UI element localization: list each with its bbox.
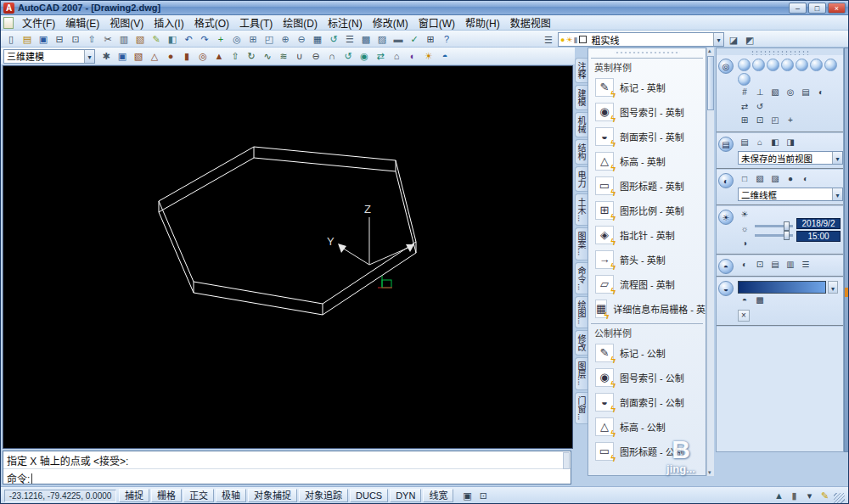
tool-section-index-metric[interactable]: ◒ 剖面索引 - 公制 [588, 389, 706, 414]
shadow-icon[interactable]: ◑ [738, 238, 751, 250]
pan-icon[interactable]: + [784, 115, 797, 127]
zoom-window-icon[interactable]: ⊞ [245, 32, 261, 46]
resize-grip[interactable] [834, 493, 845, 504]
palette-tab-command[interactable]: 命令... [575, 262, 588, 294]
zoom-previous-icon[interactable]: ◰ [768, 115, 782, 127]
palette-tab-structural[interactable]: 结构 [575, 139, 588, 165]
chevron-down-icon[interactable] [713, 33, 723, 46]
updown-orb-icon[interactable] [824, 59, 837, 71]
tray-arrow-icon[interactable]: ▾ [803, 489, 816, 502]
palette-tab-annotation[interactable]: 注释 [575, 58, 588, 83]
close-button[interactable]: × [828, 3, 846, 14]
camera-icon[interactable]: ⌂ [389, 49, 404, 63]
open-file-icon[interactable]: ▤ [20, 32, 35, 46]
polar-toggle[interactable]: 极轴 [216, 489, 246, 502]
pan-icon[interactable]: + [213, 32, 228, 46]
back-clip-icon[interactable]: ◨ [784, 137, 797, 149]
pencil-icon[interactable]: ✎ [818, 489, 831, 502]
grid-toggle[interactable]: 栅格 [151, 489, 182, 502]
palette-tab-layers[interactable]: 图层... [575, 357, 588, 389]
swivel-orb-icon[interactable] [781, 59, 794, 71]
previous-view-orb-icon[interactable] [738, 73, 751, 86]
slider-handle[interactable] [784, 221, 790, 231]
quick-calc-icon[interactable]: ⊞ [423, 32, 438, 46]
menu-tools[interactable]: 工具(T) [234, 14, 278, 31]
zoom-previous-icon[interactable]: ◰ [261, 32, 277, 46]
navigation-badge-icon[interactable]: ◎ [718, 59, 734, 74]
palette-grip[interactable] [614, 50, 680, 55]
pyramid-icon[interactable]: ▲ [211, 49, 227, 63]
grid-icon[interactable]: # [738, 87, 751, 99]
ortho-toggle[interactable]: 正交 [183, 489, 214, 502]
material-swatch-combo[interactable] [738, 281, 826, 294]
orbit-orb-icon[interactable] [767, 59, 779, 71]
sky-icon[interactable]: ☼ [738, 223, 751, 236]
render-icon[interactable]: ◐ [738, 259, 751, 272]
zoom-extents-icon[interactable]: ⊞ [738, 115, 751, 127]
sun-badge-icon[interactable]: ☀ [718, 210, 734, 225]
workspace-settings-icon[interactable]: ✱ [98, 49, 114, 63]
mapping-icon[interactable]: ▩ [753, 294, 767, 307]
layer-combo[interactable]: ●☀▮ 粗实线 [558, 32, 724, 47]
extrude-icon[interactable]: ⇧ [228, 49, 243, 63]
designcenter-icon[interactable]: ▩ [358, 32, 374, 46]
save-file-icon[interactable]: ▣ [36, 32, 51, 46]
maximize-button[interactable]: □ [808, 3, 826, 14]
revolve-icon[interactable]: ↻ [244, 49, 259, 63]
palette-tab-electrical[interactable]: 电力 [575, 166, 588, 192]
zoom-out-icon[interactable]: ⊖ [294, 32, 309, 46]
menu-edit[interactable]: 编辑(E) [60, 14, 104, 31]
constrained-orbit-icon[interactable]: ◉ [357, 49, 372, 63]
named-views-icon[interactable]: ▦ [310, 32, 325, 46]
make-layer-current-icon[interactable]: ◪ [726, 33, 741, 47]
lights-icon[interactable]: ☀ [421, 49, 436, 63]
model-paper-toggle-icon[interactable]: ▣ [459, 489, 475, 502]
materials-icon[interactable]: ◓ [738, 294, 751, 307]
sheet-set-manager-icon[interactable]: ▬ [391, 32, 406, 46]
chevron-down-icon[interactable] [832, 188, 842, 200]
publish-icon[interactable]: ⇧ [84, 32, 99, 46]
osnap-toggle[interactable]: 对象捕捉 [248, 489, 297, 502]
plot-preview-icon[interactable]: ⊡ [68, 32, 83, 46]
annotation-scale-icon[interactable]: ▲ [773, 489, 785, 502]
tool-drawing-title-metric[interactable]: ▭ 图形标题 - 公制 [588, 439, 706, 463]
views-badge-icon[interactable]: ▤ [718, 137, 734, 152]
tool-palettes-icon[interactable]: ▨ [374, 32, 390, 46]
torus-icon[interactable]: ◎ [195, 49, 211, 63]
palette-tab-modeling[interactable]: 建模 [575, 85, 588, 110]
wireframe-3d-icon[interactable]: ▧ [753, 173, 767, 186]
look-orb-icon[interactable] [810, 59, 823, 71]
command-scrollbar[interactable] [563, 452, 570, 469]
tool-arrow-imperial[interactable]: → 箭头 - 英制 [588, 247, 706, 272]
palette-tab-mechanical[interactable]: 机械 [575, 112, 588, 137]
layer-previous-icon[interactable]: ◩ [742, 33, 757, 47]
chevron-down-icon[interactable] [828, 281, 838, 294]
materials-badge-icon[interactable]: ◒ [718, 281, 734, 296]
sweep-icon[interactable]: ∿ [260, 49, 275, 63]
markup-set-manager-icon[interactable]: ✓ [407, 32, 422, 46]
loft-icon[interactable]: ≋ [276, 49, 291, 63]
menu-insert[interactable]: 插入(I) [149, 14, 188, 31]
tool-flowchart-imperial[interactable]: ▱ 流程图 - 英制 [588, 272, 706, 296]
palette-tab-modify[interactable]: 修改 [575, 330, 588, 356]
sun-status-icon[interactable]: ☀ [738, 209, 751, 221]
maximize-viewport-icon[interactable]: ⊡ [475, 489, 491, 502]
wireframe-2d-icon[interactable]: □ [738, 173, 751, 186]
materials-icon[interactable]: ◓ [437, 49, 453, 63]
front-clip-icon[interactable]: ◧ [768, 137, 782, 149]
palette-tab-doors[interactable]: 门窗... [575, 392, 588, 424]
zoom-window-icon[interactable]: ⊡ [753, 115, 767, 127]
palette-scrollbar[interactable] [706, 48, 714, 476]
dyn-toggle[interactable]: DYN [390, 489, 421, 502]
palette-tab-civil[interactable]: 土木... [575, 193, 588, 226]
sun-time-field[interactable]: 15:00 [796, 231, 841, 242]
ducs-toggle[interactable]: DUCS [350, 489, 388, 502]
orbit-3d-icon[interactable]: ↺ [340, 49, 356, 63]
tool-section-index-imperial[interactable]: ◒ 剖面索引 - 英制 [588, 124, 706, 148]
zoom-in-icon[interactable]: ⊕ [278, 32, 293, 46]
tool-drawing-scale-imperial[interactable]: ⊞ 图形比例 - 英制 [588, 198, 706, 222]
command-window[interactable]: 指定 X 轴上的点或 <接受>: 命令: [3, 451, 571, 484]
chevron-down-icon[interactable] [832, 152, 842, 164]
render-icon[interactable]: ◐ [405, 49, 420, 63]
menu-window[interactable]: 窗口(W) [413, 14, 460, 31]
